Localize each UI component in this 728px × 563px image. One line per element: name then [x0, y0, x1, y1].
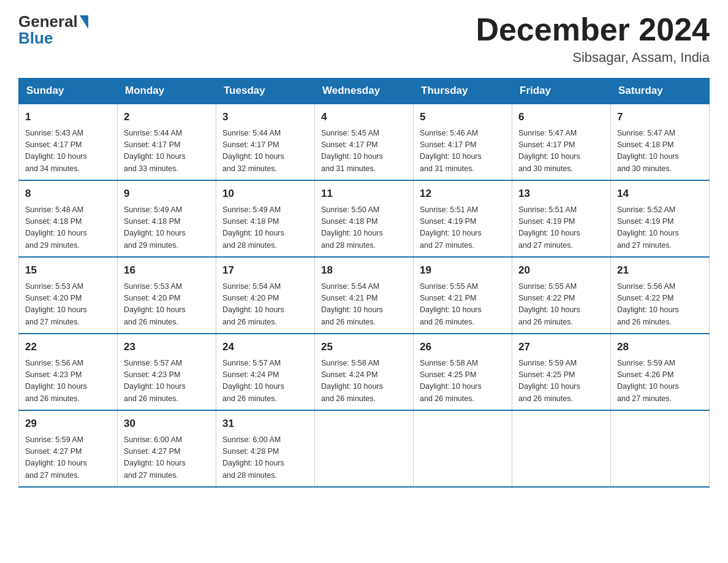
calendar-week-row: 22 Sunrise: 5:56 AM Sunset: 4:23 PM Dayl…	[19, 334, 710, 410]
calendar-cell: 3 Sunrise: 5:44 AM Sunset: 4:17 PM Dayli…	[216, 104, 315, 180]
calendar-cell: 8 Sunrise: 5:48 AM Sunset: 4:18 PM Dayli…	[19, 180, 118, 257]
cell-info: Sunrise: 5:46 AM Sunset: 4:17 PM Dayligh…	[420, 128, 506, 175]
page-header: General Blue December 2024 Sibsagar, Ass…	[18, 12, 710, 66]
day-number: 7	[617, 109, 703, 125]
day-number: 30	[124, 416, 210, 432]
calendar-cell: 15 Sunrise: 5:53 AM Sunset: 4:20 PM Dayl…	[19, 257, 118, 334]
day-number: 13	[518, 186, 604, 202]
day-number: 28	[617, 339, 703, 355]
cell-info: Sunrise: 5:59 AM Sunset: 4:25 PM Dayligh…	[518, 358, 604, 405]
calendar-cell: 26 Sunrise: 5:58 AM Sunset: 4:25 PM Dayl…	[414, 334, 512, 410]
cell-info: Sunrise: 5:49 AM Sunset: 4:18 PM Dayligh…	[222, 204, 308, 252]
day-number: 1	[25, 109, 111, 125]
calendar-cell: 22 Sunrise: 5:56 AM Sunset: 4:23 PM Dayl…	[19, 334, 118, 410]
day-number: 26	[420, 339, 506, 355]
calendar-cell: 9 Sunrise: 5:49 AM Sunset: 4:18 PM Dayli…	[118, 180, 216, 257]
calendar-cell: 10 Sunrise: 5:49 AM Sunset: 4:18 PM Dayl…	[216, 180, 315, 257]
day-number: 22	[25, 339, 111, 355]
cell-info: Sunrise: 5:51 AM Sunset: 4:19 PM Dayligh…	[420, 204, 506, 252]
calendar-header-tuesday: Tuesday	[216, 79, 315, 104]
calendar-cell: 4 Sunrise: 5:45 AM Sunset: 4:17 PM Dayli…	[315, 104, 414, 180]
cell-info: Sunrise: 5:55 AM Sunset: 4:21 PM Dayligh…	[420, 281, 506, 329]
day-number: 12	[420, 186, 506, 202]
cell-info: Sunrise: 5:54 AM Sunset: 4:20 PM Dayligh…	[222, 281, 308, 329]
calendar-header-sunday: Sunday	[19, 79, 118, 104]
calendar-cell: 2 Sunrise: 5:44 AM Sunset: 4:17 PM Dayli…	[118, 104, 216, 180]
calendar-cell: 5 Sunrise: 5:46 AM Sunset: 4:17 PM Dayli…	[414, 104, 512, 180]
calendar-cell: 29 Sunrise: 5:59 AM Sunset: 4:27 PM Dayl…	[19, 410, 118, 487]
cell-info: Sunrise: 5:45 AM Sunset: 4:17 PM Dayligh…	[321, 128, 407, 175]
calendar-cell	[512, 410, 611, 487]
day-number: 21	[617, 262, 703, 278]
day-number: 18	[321, 262, 407, 278]
calendar-cell: 11 Sunrise: 5:50 AM Sunset: 4:18 PM Dayl…	[315, 180, 414, 257]
cell-info: Sunrise: 5:59 AM Sunset: 4:26 PM Dayligh…	[617, 358, 703, 405]
cell-info: Sunrise: 5:56 AM Sunset: 4:23 PM Dayligh…	[25, 358, 111, 405]
day-number: 9	[124, 186, 210, 202]
day-number: 23	[124, 339, 210, 355]
logo-arrow-icon	[80, 15, 88, 29]
cell-info: Sunrise: 5:53 AM Sunset: 4:20 PM Dayligh…	[124, 281, 210, 329]
calendar-header-friday: Friday	[512, 79, 611, 104]
cell-info: Sunrise: 5:48 AM Sunset: 4:18 PM Dayligh…	[25, 204, 111, 252]
day-number: 4	[321, 109, 407, 125]
day-number: 20	[518, 262, 604, 278]
calendar-cell	[414, 410, 512, 487]
day-number: 10	[222, 186, 308, 202]
day-number: 17	[222, 262, 308, 278]
calendar-cell: 30 Sunrise: 6:00 AM Sunset: 4:27 PM Dayl…	[118, 410, 216, 487]
cell-info: Sunrise: 5:59 AM Sunset: 4:27 PM Dayligh…	[25, 434, 111, 482]
calendar-cell: 21 Sunrise: 5:56 AM Sunset: 4:22 PM Dayl…	[611, 257, 710, 334]
cell-info: Sunrise: 5:58 AM Sunset: 4:24 PM Dayligh…	[321, 358, 407, 405]
cell-info: Sunrise: 5:49 AM Sunset: 4:18 PM Dayligh…	[124, 204, 210, 252]
day-number: 5	[420, 109, 506, 125]
day-number: 14	[617, 186, 703, 202]
calendar-cell: 18 Sunrise: 5:54 AM Sunset: 4:21 PM Dayl…	[315, 257, 414, 334]
day-number: 2	[124, 109, 210, 125]
day-number: 24	[222, 339, 308, 355]
calendar-cell	[611, 410, 710, 487]
cell-info: Sunrise: 5:57 AM Sunset: 4:24 PM Dayligh…	[222, 358, 308, 405]
day-number: 19	[420, 262, 506, 278]
day-number: 6	[518, 109, 604, 125]
calendar-cell: 28 Sunrise: 5:59 AM Sunset: 4:26 PM Dayl…	[611, 334, 710, 410]
cell-info: Sunrise: 5:52 AM Sunset: 4:19 PM Dayligh…	[617, 204, 703, 252]
day-number: 31	[222, 416, 308, 432]
calendar-cell: 31 Sunrise: 6:00 AM Sunset: 4:28 PM Dayl…	[216, 410, 315, 487]
calendar-cell: 19 Sunrise: 5:55 AM Sunset: 4:21 PM Dayl…	[414, 257, 512, 334]
cell-info: Sunrise: 5:57 AM Sunset: 4:23 PM Dayligh…	[124, 358, 210, 405]
calendar-cell: 24 Sunrise: 5:57 AM Sunset: 4:24 PM Dayl…	[216, 334, 315, 410]
cell-info: Sunrise: 5:43 AM Sunset: 4:17 PM Dayligh…	[25, 128, 111, 175]
calendar-cell	[315, 410, 414, 487]
cell-info: Sunrise: 5:53 AM Sunset: 4:20 PM Dayligh…	[25, 281, 111, 329]
cell-info: Sunrise: 5:54 AM Sunset: 4:21 PM Dayligh…	[321, 281, 407, 329]
cell-info: Sunrise: 6:00 AM Sunset: 4:28 PM Dayligh…	[222, 434, 308, 482]
calendar-week-row: 15 Sunrise: 5:53 AM Sunset: 4:20 PM Dayl…	[19, 257, 710, 334]
day-number: 25	[321, 339, 407, 355]
calendar-cell: 7 Sunrise: 5:47 AM Sunset: 4:18 PM Dayli…	[611, 104, 710, 180]
logo: General Blue	[18, 12, 88, 48]
cell-info: Sunrise: 5:50 AM Sunset: 4:18 PM Dayligh…	[321, 204, 407, 252]
calendar-header-saturday: Saturday	[611, 79, 710, 104]
calendar-week-row: 8 Sunrise: 5:48 AM Sunset: 4:18 PM Dayli…	[19, 180, 710, 257]
title-section: December 2024 Sibsagar, Assam, India	[476, 12, 710, 66]
cell-info: Sunrise: 5:56 AM Sunset: 4:22 PM Dayligh…	[617, 281, 703, 329]
day-number: 29	[25, 416, 111, 432]
calendar-header-thursday: Thursday	[414, 79, 512, 104]
month-title: December 2024	[476, 12, 710, 47]
calendar-cell: 25 Sunrise: 5:58 AM Sunset: 4:24 PM Dayl…	[315, 334, 414, 410]
calendar-cell: 16 Sunrise: 5:53 AM Sunset: 4:20 PM Dayl…	[118, 257, 216, 334]
cell-info: Sunrise: 5:51 AM Sunset: 4:19 PM Dayligh…	[518, 204, 604, 252]
day-number: 16	[124, 262, 210, 278]
calendar-cell: 1 Sunrise: 5:43 AM Sunset: 4:17 PM Dayli…	[19, 104, 118, 180]
calendar-cell: 12 Sunrise: 5:51 AM Sunset: 4:19 PM Dayl…	[414, 180, 512, 257]
day-number: 27	[518, 339, 604, 355]
cell-info: Sunrise: 5:47 AM Sunset: 4:17 PM Dayligh…	[518, 128, 604, 175]
calendar-week-row: 1 Sunrise: 5:43 AM Sunset: 4:17 PM Dayli…	[19, 104, 710, 180]
calendar-cell: 17 Sunrise: 5:54 AM Sunset: 4:20 PM Dayl…	[216, 257, 315, 334]
calendar-cell: 14 Sunrise: 5:52 AM Sunset: 4:19 PM Dayl…	[611, 180, 710, 257]
cell-info: Sunrise: 5:58 AM Sunset: 4:25 PM Dayligh…	[420, 358, 506, 405]
cell-info: Sunrise: 5:55 AM Sunset: 4:22 PM Dayligh…	[518, 281, 604, 329]
cell-info: Sunrise: 5:47 AM Sunset: 4:18 PM Dayligh…	[617, 128, 703, 175]
calendar-week-row: 29 Sunrise: 5:59 AM Sunset: 4:27 PM Dayl…	[19, 410, 710, 487]
